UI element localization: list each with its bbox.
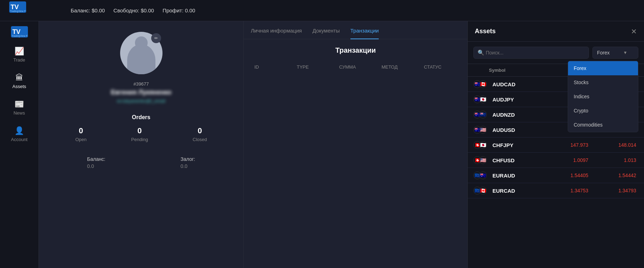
assets-close-button[interactable]: ✕	[631, 28, 637, 35]
flag2: 🇨🇦	[479, 187, 487, 194]
asset-buy: 1.34793	[588, 188, 638, 193]
asset-flags: 🇨🇭 🇯🇵	[473, 141, 489, 149]
sidebar-label-assets: Assets	[12, 84, 26, 89]
transactions-table-header: ID TYPE СУММА МЕТОД СТАТУС	[251, 62, 460, 72]
asset-name: AUDCAD	[492, 81, 540, 87]
asset-name: AUDJPY	[492, 97, 540, 103]
asset-buy: 1.54442	[588, 173, 638, 178]
asset-sell: 147.973	[540, 142, 589, 148]
svg-text:TV: TV	[11, 4, 19, 11]
dropdown-item-stocks[interactable]: Stocks	[568, 75, 638, 89]
balance-section: Баланс: 0.0 Залог: 0.0	[46, 156, 236, 169]
asset-flags: 🇪🇺 🇦🇺	[473, 171, 489, 179]
dropdown-item-indices[interactable]: Indices	[568, 89, 638, 104]
asset-flags: 🇪🇺 🇨🇦	[473, 187, 489, 194]
orders-closed-value: 0	[197, 126, 202, 135]
svg-text:TradingView FX: TradingView FX	[12, 35, 28, 37]
profit-label: Профит: 0.00	[163, 7, 195, 13]
assets-filter-dropdown[interactable]: Forex ▼	[592, 47, 638, 59]
balance-value: 0.0	[87, 163, 106, 169]
flag2: 🇯🇵	[479, 141, 487, 149]
asset-row[interactable]: 🇪🇺 🇨🇦 EURCAD 1.34753 1.34793	[468, 183, 644, 198]
flag2: 🇳🇿	[479, 111, 487, 118]
tab-documents[interactable]: Документы	[312, 21, 339, 39]
asset-sell: 1.34753	[540, 188, 589, 193]
flag2: 🇯🇵	[479, 95, 487, 103]
flag2: 🇺🇸	[479, 156, 487, 164]
search-icon: 🔍	[478, 49, 484, 56]
top-bar: TV TradingView FX Баланс: $0.00 Свободно…	[0, 0, 644, 21]
col-type: TYPE	[297, 64, 318, 70]
deposit-value: 0.0	[181, 163, 195, 169]
profile-tabs: Личная информация Документы Транзакции	[244, 21, 467, 39]
asset-row[interactable]: 🇨🇭 🇺🇸 CHFUSD 1.0097 1.013	[468, 153, 644, 168]
assets-header: Assets ✕	[468, 21, 644, 42]
assets-filter-label: Forex	[597, 50, 610, 56]
asset-name: EURCAD	[492, 188, 540, 194]
logo: TV TradingView FX	[7, 0, 28, 14]
avatar-edit-button[interactable]: ✏	[151, 33, 161, 43]
asset-flags: 🇨🇭 🇺🇸	[473, 156, 489, 164]
balance-item: Баланс: 0.0	[87, 156, 106, 169]
orders-closed-label: Closed	[193, 137, 207, 142]
col-metod: МЕТОД	[382, 64, 403, 70]
orders-open-value: 0	[79, 126, 83, 135]
avatar-wrapper: ✏	[120, 32, 163, 74]
free-label: Свободно: $0.00	[113, 7, 154, 13]
sidebar-item-account[interactable]: 👤 Account	[4, 122, 35, 147]
asset-flags: 🇦🇺 🇺🇸	[473, 126, 489, 134]
orders-closed: 0 Closed	[193, 126, 207, 142]
account-icon: 👤	[14, 127, 24, 135]
asset-buy: 1.013	[588, 157, 638, 163]
orders-title: Orders	[53, 114, 229, 121]
asset-name: AUDNZD	[492, 112, 540, 118]
svg-text:TradingView FX: TradingView FX	[10, 10, 26, 13]
col-summa: СУММА	[339, 64, 360, 70]
sidebar-logo: TV TradingView FX	[9, 25, 30, 39]
assets-panel: Assets ✕ 🔍 Forex ▼ Forex Stocks Indices …	[467, 21, 644, 268]
asset-name: CHFJPY	[492, 142, 540, 148]
sidebar-label-account: Account	[11, 137, 28, 142]
flag2: 🇺🇸	[479, 126, 487, 134]
user-name: Евгения Лукяненко	[111, 89, 172, 96]
deposit-label: Залог:	[181, 156, 195, 162]
main-layout: TV TradingView FX 📈 Trade 🏛 Assets 📰 New…	[0, 21, 644, 268]
sidebar-item-trade[interactable]: 📈 Trade	[4, 42, 35, 68]
asset-name: CHFUSD	[492, 157, 540, 163]
orders-pending-value: 0	[137, 126, 142, 135]
orders-section: Orders 0 Open 0 Pending 0 Closed	[46, 114, 236, 153]
dropdown-item-commodities[interactable]: Commodities	[568, 118, 638, 132]
asset-flags: 🇦🇺 🇳🇿	[473, 111, 489, 118]
asset-row[interactable]: 🇪🇺 🇦🇺 EURAUD 1.54405 1.54442	[468, 168, 644, 183]
profile-panel: ✏ #39677 Евгения Лукяненко ev.lukyanenko…	[39, 21, 467, 268]
assets-search-input[interactable]	[473, 47, 589, 59]
tab-transactions[interactable]: Транзакции	[350, 21, 379, 39]
sidebar-item-news[interactable]: 📰 News	[4, 95, 35, 121]
sidebar: TV TradingView FX 📈 Trade 🏛 Assets 📰 New…	[0, 21, 39, 268]
balance-label: Баланс: $0.00	[71, 7, 105, 13]
deposit-item: Залог: 0.0	[181, 156, 195, 169]
assets-dropdown-wrapper: Forex ▼ Forex Stocks Indices Crypto Comm…	[592, 47, 638, 59]
transactions-title: Транзакции	[335, 46, 376, 54]
news-icon: 📰	[14, 100, 24, 108]
sidebar-label-trade: Trade	[13, 57, 25, 63]
header-symbol: Symbol	[473, 68, 551, 73]
dropdown-item-crypto[interactable]: Crypto	[568, 104, 638, 118]
avatar-person	[127, 44, 155, 74]
sidebar-item-assets[interactable]: 🏛 Assets	[4, 69, 35, 94]
asset-flags: 🇦🇺 🇨🇦	[473, 80, 489, 88]
orders-open-label: Open	[75, 137, 87, 142]
asset-row[interactable]: 🇨🇭 🇯🇵 CHFJPY 147.973 148.014	[468, 138, 644, 153]
sidebar-label-news: News	[13, 110, 25, 116]
user-id: #39677	[134, 81, 149, 87]
balance-label-text: Баланс:	[87, 156, 106, 162]
flag2: 🇦🇺	[479, 171, 487, 179]
dropdown-item-forex[interactable]: Forex	[568, 61, 638, 75]
assets-title: Assets	[475, 28, 496, 35]
trade-icon: 📈	[14, 47, 24, 55]
flag2: 🇨🇦	[479, 80, 487, 88]
tab-personal[interactable]: Личная информация	[251, 21, 302, 39]
orders-grid: 0 Open 0 Pending 0 Closed	[53, 126, 229, 142]
col-status: СТАТУС	[424, 64, 445, 70]
asset-sell: 1.54405	[540, 173, 589, 178]
